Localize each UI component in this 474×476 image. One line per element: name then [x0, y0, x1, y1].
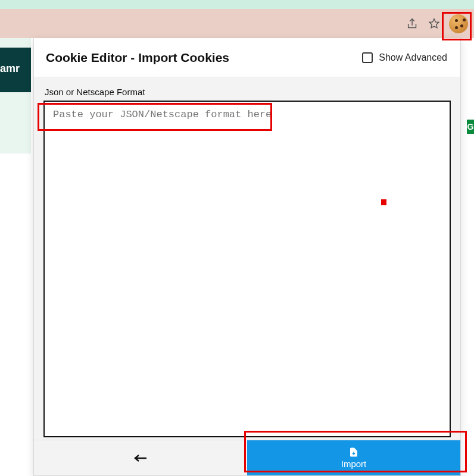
import-button[interactable]: Import [247, 440, 460, 475]
show-advanced-checkbox[interactable] [362, 52, 373, 63]
import-button-label: Import [341, 459, 367, 469]
show-advanced-toggle[interactable]: Show Advanced [362, 52, 447, 63]
back-button[interactable] [34, 440, 247, 475]
window-top-strip [0, 0, 474, 9]
browser-toolbar [0, 9, 474, 38]
popup-title: Cookie Editor - Import Cookies [46, 51, 229, 65]
popup-footer: Import [34, 440, 460, 475]
cookie-extension-icon[interactable] [449, 14, 468, 33]
arrow-left-icon [133, 453, 148, 464]
star-icon[interactable] [428, 17, 441, 30]
popup-header: Cookie Editor - Import Cookies Show Adva… [34, 38, 460, 77]
textarea-label: Json or Netscape Format [45, 87, 451, 97]
page-dark-banner-fragment: amr [0, 48, 31, 92]
share-icon[interactable] [406, 17, 419, 30]
page-green-badge: G [467, 120, 474, 134]
import-icon [348, 447, 359, 458]
popup-body: Json or Netscape Format [34, 77, 460, 440]
cookie-editor-popup: Cookie Editor - Import Cookies Show Adva… [33, 38, 461, 476]
show-advanced-label: Show Advanced [379, 52, 447, 63]
cookie-json-textarea[interactable] [43, 101, 451, 437]
